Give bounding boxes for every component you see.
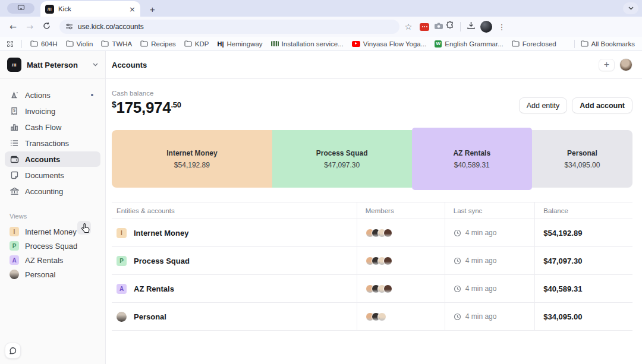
site-settings-icon[interactable]: [65, 21, 73, 32]
add-account-button[interactable]: Add account: [572, 97, 632, 113]
folder-icon: [101, 40, 109, 47]
bookmark-item[interactable]: H|Hemingway: [218, 40, 263, 48]
wallet-icon: [10, 154, 19, 164]
support-chat-button[interactable]: [5, 343, 21, 359]
reload-icon: [43, 22, 51, 30]
tab-close-icon[interactable]: ×: [129, 5, 136, 13]
entity-balance: $40,589.31: [543, 284, 582, 293]
balance-segment-az-rentals[interactable]: AZ Rentals$40,589.31: [412, 128, 532, 190]
balance-segment-process-squad[interactable]: Process Squad$47,097.30: [272, 130, 412, 188]
clock-icon: [454, 257, 461, 265]
sidebar-item-documents[interactable]: Documents: [5, 167, 100, 183]
view-item-label: AZ Rentals: [25, 256, 63, 265]
table-row-process-squad[interactable]: PProcess Squad4 min ago$47,097.30: [112, 247, 632, 275]
add-entity-button[interactable]: Add entity: [519, 97, 568, 113]
sidebar-item-label: Transactions: [25, 139, 96, 148]
chat-bubble-icon: [9, 347, 17, 354]
accounts-content: Cash balance $175,974.50 Add entity Add …: [106, 79, 642, 331]
main-panel: Accounts + Cash balance $175,974.50 Add …: [106, 51, 642, 364]
column-header-entities-accounts: Entities & accounts: [112, 202, 357, 219]
bookmarks-divider: [21, 40, 22, 48]
laptop-icon: [17, 3, 25, 14]
kick-app: /II Matt Peterson Actions$InvoicingCash …: [0, 51, 642, 364]
apps-grid-icon[interactable]: [7, 41, 13, 47]
entity-initial-badge: I: [10, 227, 19, 236]
sidebar-item-transactions[interactable]: Transactions: [5, 135, 100, 151]
downloads-icon[interactable]: [467, 21, 476, 32]
personal-avatar: [117, 312, 127, 322]
segment-name: Internet Money: [166, 149, 217, 157]
view-item-az-rentals[interactable]: AAZ Rentals: [5, 253, 100, 267]
browser-menu-icon[interactable]: ⋮: [497, 23, 506, 31]
bookmark-item[interactable]: KDP: [184, 40, 209, 48]
bookmark-star-icon[interactable]: ☆: [402, 22, 415, 31]
last-sync-text: 4 min ago: [465, 257, 497, 265]
table-row-az-rentals[interactable]: AAZ Rentals4 min ago$40,589.31: [112, 275, 632, 303]
bookmark-item[interactable]: Foreclosed: [512, 40, 556, 48]
youtube-favicon: [352, 41, 360, 47]
sidebar-item-actions[interactable]: Actions: [5, 87, 100, 103]
sidebar-item-cash-flow[interactable]: Cash Flow: [5, 119, 100, 135]
clock-icon: [454, 285, 461, 293]
bookmark-item[interactable]: Installation service...: [271, 40, 344, 48]
youtube-icon: [352, 41, 360, 47]
view-item-label: Internet Money: [25, 227, 77, 236]
clock-icon: [454, 313, 461, 321]
tab-title: Kick: [58, 5, 125, 12]
browser-toolbar: ← → use.kick.co/accounts ☆ ⋮: [0, 17, 642, 37]
folder-icon: [30, 40, 38, 47]
folder-icon: [66, 40, 74, 47]
tab-list-chevron-button[interactable]: [623, 2, 638, 14]
bookmark-item[interactable]: Vinyasa Flow Yoga...: [352, 40, 427, 48]
sidebar-item-invoicing[interactable]: $Invoicing: [5, 103, 100, 119]
cash-balance-label: Cash balance: [112, 90, 181, 97]
bookmark-item[interactable]: 604H: [30, 40, 58, 48]
sidebar-item-accounting[interactable]: Accounting: [5, 183, 100, 199]
last-sync-text: 4 min ago: [465, 284, 497, 293]
bookmark-item[interactable]: Violin: [66, 40, 93, 48]
user-avatar[interactable]: [619, 58, 632, 71]
browser-profile-avatar[interactable]: [480, 21, 492, 33]
main-header: Accounts +: [106, 51, 642, 79]
cash-balance-value: $175,974.50: [112, 99, 181, 117]
folder-icon: [101, 40, 109, 47]
sidebar-item-label: Accounts: [25, 155, 96, 164]
view-item-personal[interactable]: Personal: [5, 267, 100, 281]
entity-name: AZ Rentals: [134, 284, 174, 293]
segment-value: $34,095.00: [564, 161, 600, 169]
bookmark-item[interactable]: TWHA: [101, 40, 132, 48]
member-avatars: [366, 284, 392, 293]
member-avatar: [383, 284, 392, 293]
table-row-personal[interactable]: Personal4 min ago$34,095.00: [112, 303, 632, 331]
all-bookmarks-button[interactable]: All Bookmarks: [581, 40, 635, 48]
view-item-label: Process Squad: [25, 242, 77, 251]
sidebar-item-accounts[interactable]: Accounts: [5, 151, 100, 167]
add-button[interactable]: +: [599, 59, 615, 71]
balance-segment-internet-money[interactable]: Internet Money$54,192.89: [112, 130, 272, 188]
bookmark-item[interactable]: WEnglish Grammar...: [435, 40, 503, 48]
bookmark-item[interactable]: Recipes: [140, 40, 176, 48]
back-button[interactable]: ←: [6, 22, 20, 31]
reload-button[interactable]: [39, 22, 54, 31]
last-sync: 4 min ago: [454, 229, 497, 237]
bank-icon: [10, 186, 19, 196]
balance-segment-personal[interactable]: Personal$34,095.00: [532, 130, 632, 188]
w-green-icon: W: [435, 40, 442, 48]
receipt-icon: $: [10, 106, 19, 116]
entity-initial-badge: I: [117, 228, 127, 238]
browser-tab-kick[interactable]: /II Kick ×: [40, 1, 140, 17]
camera-extension-icon[interactable]: [434, 21, 443, 32]
password-extension-icon[interactable]: [420, 23, 429, 31]
workspace-switcher[interactable]: /II Matt Peterson: [0, 51, 105, 79]
table-row-internet-money[interactable]: IInternet Money4 min ago$54,192.89: [112, 219, 632, 247]
new-tab-button[interactable]: +: [150, 5, 155, 14]
bookmark-label: Recipes: [151, 40, 176, 48]
svg-text:$: $: [13, 108, 15, 113]
forward-button[interactable]: →: [23, 22, 37, 31]
view-item-process-squad[interactable]: PProcess Squad: [5, 239, 100, 253]
folder-icon: [512, 40, 520, 47]
address-bar[interactable]: use.kick.co/accounts: [59, 20, 399, 34]
notification-dot: [91, 94, 93, 96]
tab-search-button[interactable]: [7, 3, 34, 14]
extensions-puzzle-icon[interactable]: [446, 21, 454, 32]
